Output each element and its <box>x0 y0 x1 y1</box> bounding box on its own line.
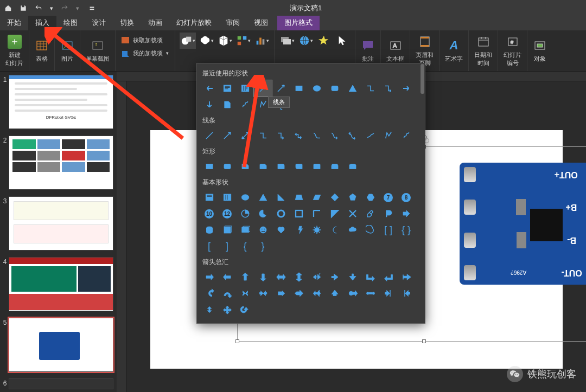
rect-7[interactable] <box>308 158 326 175</box>
b27[interactable] <box>236 222 254 238</box>
b3[interactable] <box>236 189 254 205</box>
a8[interactable] <box>326 269 343 285</box>
a5[interactable] <box>272 269 290 285</box>
b14[interactable]: 12 <box>218 205 236 222</box>
b5[interactable] <box>272 189 290 205</box>
shape-roundrect[interactable] <box>326 80 343 97</box>
a16[interactable] <box>254 285 272 301</box>
chart-button[interactable]: ▾ <box>253 33 270 49</box>
new-slide-button[interactable]: 新建 幻灯片 <box>0 30 29 71</box>
b33[interactable] <box>343 222 361 238</box>
b31[interactable] <box>308 222 326 238</box>
action-button[interactable] <box>316 33 332 49</box>
b8[interactable] <box>326 189 343 205</box>
a17[interactable] <box>272 285 290 301</box>
b20[interactable] <box>326 205 343 222</box>
a26[interactable] <box>218 301 236 318</box>
line-7[interactable] <box>308 127 326 144</box>
shape-arrow-right[interactable] <box>397 80 415 97</box>
b17[interactable] <box>272 205 290 222</box>
a3[interactable] <box>236 269 254 285</box>
shape-triangle[interactable] <box>343 80 361 97</box>
a4[interactable] <box>254 269 272 285</box>
link-button[interactable]: ▾ <box>297 33 314 49</box>
a22[interactable] <box>361 285 379 301</box>
b23[interactable] <box>379 205 397 222</box>
3dmodel-button[interactable]: ▾ <box>216 33 233 49</box>
line-9[interactable] <box>343 127 361 144</box>
b35[interactable]: [ ] <box>379 222 397 238</box>
undo-icon[interactable] <box>35 4 42 12</box>
b9[interactable] <box>343 189 361 205</box>
b19[interactable] <box>308 205 326 222</box>
b32[interactable] <box>326 222 343 238</box>
home-icon[interactable] <box>4 4 12 12</box>
scrollbar[interactable] <box>421 64 424 94</box>
b40[interactable]: } <box>254 238 272 254</box>
line-12[interactable] <box>397 127 415 144</box>
zoom-button[interactable]: ▾ <box>279 33 295 49</box>
a13[interactable] <box>200 285 218 301</box>
a18[interactable] <box>290 285 308 301</box>
a25[interactable] <box>200 301 218 318</box>
slidenumber-button[interactable]: # 幻灯片 编号 <box>498 30 527 71</box>
a6[interactable] <box>290 269 308 285</box>
b12[interactable]: 8 <box>397 189 415 205</box>
object-button[interactable]: 对象 <box>527 30 552 71</box>
b26[interactable] <box>218 222 236 238</box>
shape-connector-elbow[interactable] <box>361 80 379 97</box>
b18[interactable] <box>290 205 308 222</box>
icons-button[interactable]: ▾ <box>198 33 214 49</box>
slide-thumb-5[interactable]: 5 <box>0 314 117 375</box>
circuit-board-image[interactable]: OUT-A296? B- B+ OUT+ <box>460 163 587 285</box>
b24[interactable] <box>397 205 415 222</box>
b29[interactable] <box>272 222 290 238</box>
b4[interactable] <box>254 189 272 205</box>
save-icon[interactable] <box>20 4 27 12</box>
a2[interactable] <box>218 269 236 285</box>
rect-8[interactable] <box>326 158 343 175</box>
a27[interactable] <box>236 301 254 318</box>
tab-start[interactable]: 开始 <box>0 16 28 30</box>
wordart-button[interactable]: A 艺术字 <box>440 30 469 71</box>
a7[interactable] <box>308 269 326 285</box>
a10[interactable] <box>361 269 379 285</box>
line-10[interactable] <box>361 127 379 144</box>
b34[interactable] <box>361 222 379 238</box>
rect-6[interactable] <box>290 158 308 175</box>
b1[interactable] <box>200 189 218 205</box>
b11[interactable]: 7 <box>379 189 397 205</box>
tab-picformat[interactable]: 图片格式 <box>277 16 320 30</box>
b2[interactable] <box>218 189 236 205</box>
shape-oval[interactable] <box>308 80 326 97</box>
b7[interactable] <box>308 189 326 205</box>
line-8[interactable] <box>326 127 343 144</box>
b22[interactable] <box>361 205 379 222</box>
b28[interactable] <box>254 222 272 238</box>
b30[interactable] <box>290 222 308 238</box>
b37[interactable]: [ <box>200 238 218 254</box>
a15[interactable] <box>236 285 254 301</box>
b16[interactable] <box>254 205 272 222</box>
a21[interactable] <box>343 285 361 301</box>
a11[interactable] <box>379 269 397 285</box>
a20[interactable] <box>326 285 343 301</box>
datetime-button[interactable]: 日期和 时间 <box>469 30 498 71</box>
b36[interactable]: { } <box>397 222 415 238</box>
a19[interactable] <box>308 285 326 301</box>
a14[interactable] <box>218 285 236 301</box>
line-6[interactable] <box>290 127 308 144</box>
b10[interactable] <box>361 189 379 205</box>
redo-icon[interactable] <box>61 4 68 12</box>
tab-view[interactable]: 视图 <box>247 16 275 30</box>
slide-thumb-6[interactable]: 6 <box>0 375 117 392</box>
a1[interactable] <box>200 269 218 285</box>
slide-thumb-3[interactable]: 3 <box>0 193 117 254</box>
smartart-button[interactable]: ▾ <box>235 33 251 49</box>
b6[interactable] <box>290 189 308 205</box>
b25[interactable] <box>200 222 218 238</box>
line-11[interactable] <box>379 127 397 144</box>
a12[interactable] <box>397 269 415 285</box>
b39[interactable]: { <box>236 238 254 254</box>
a9[interactable] <box>343 269 361 285</box>
